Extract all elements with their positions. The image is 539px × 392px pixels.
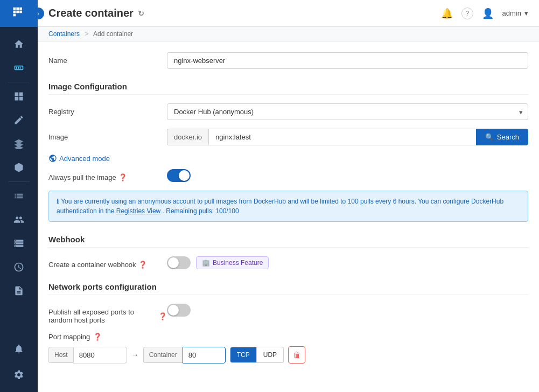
business-feature-badge: 🏢 Business Feature <box>196 256 269 269</box>
container-port-input[interactable] <box>183 347 226 363</box>
publish-toggle[interactable] <box>167 304 191 317</box>
registry-label: Registry <box>48 103 167 116</box>
sidebar-collapse-button[interactable]: › <box>32 8 44 19</box>
always-pull-help-icon[interactable]: ❓ <box>118 173 127 181</box>
chevron-down-icon: ▾ <box>524 9 528 17</box>
divider-2 <box>8 181 30 182</box>
delete-port-button[interactable]: 🗑 <box>288 346 305 363</box>
arrow-right-icon: → <box>131 351 139 359</box>
sidebar-item-grid[interactable] <box>0 85 38 108</box>
name-input[interactable] <box>167 52 528 69</box>
sidebar: › <box>0 0 38 392</box>
registry-select[interactable]: Docker Hub (anonymous) <box>167 103 528 120</box>
image-input-group: docker.io 🔍 Search <box>167 129 528 145</box>
container-label: Container <box>143 347 183 363</box>
sidebar-item-cube[interactable] <box>0 156 38 179</box>
webhook-toggle-group: 🏢 Business Feature <box>167 256 528 269</box>
sidebar-item-home[interactable] <box>0 32 38 56</box>
tcp-button[interactable]: TCP <box>230 347 257 363</box>
sidebar-item-edit[interactable] <box>0 108 38 132</box>
port-mapping-header: Port mapping ❓ <box>48 333 528 341</box>
sidebar-item-containers[interactable] <box>0 56 38 80</box>
port-mapping-label: Port mapping <box>48 333 90 341</box>
always-pull-label: Always pull the image ❓ <box>48 169 167 181</box>
sidebar-item-docs[interactable] <box>0 279 38 303</box>
search-icon: 🔍 <box>485 133 494 141</box>
network-section: Network ports configuration Publish all … <box>48 282 528 363</box>
main-area: Create container ↻ 🔔 ? 👤 admin ▾ Contain… <box>38 0 539 392</box>
name-control <box>167 52 528 69</box>
host-port-group: Host <box>48 347 127 363</box>
sidebar-item-clock[interactable] <box>0 255 38 279</box>
sidebar-item-bell[interactable] <box>13 337 24 361</box>
user-icon[interactable]: 👤 <box>482 8 494 19</box>
image-config-title: Image Configuration <box>48 82 528 95</box>
topbar: Create container ↻ 🔔 ? 👤 admin ▾ <box>38 0 539 27</box>
bell-icon[interactable]: 🔔 <box>441 8 453 19</box>
publish-toggle-group <box>167 304 528 317</box>
image-input[interactable] <box>208 129 476 145</box>
breadcrumb: Containers > Add container <box>38 27 539 41</box>
name-row: Name <box>48 52 528 69</box>
divider-1 <box>8 82 30 82</box>
host-port-input[interactable] <box>73 347 127 363</box>
webhook-row: Create a container webhook ❓ 🏢 Bu <box>48 256 528 269</box>
search-button[interactable]: 🔍 Search <box>476 129 528 145</box>
help-icon[interactable]: ? <box>461 8 473 19</box>
sidebar-item-settings[interactable] <box>13 363 24 387</box>
page-title-area: Create container ↻ <box>48 7 144 19</box>
business-feature-label: Business Feature <box>213 259 263 267</box>
registry-row: Registry Docker Hub (anonymous) ▾ <box>48 103 528 120</box>
breadcrumb-parent[interactable]: Containers <box>48 30 80 38</box>
image-label: Image <box>48 129 167 141</box>
sidebar-nav <box>0 27 38 332</box>
name-label: Name <box>48 52 167 65</box>
webhook-section: Webhook Create a container webhook ❓ <box>48 235 528 269</box>
webhook-control: 🏢 Business Feature <box>167 256 528 269</box>
topbar-right: 🔔 ? 👤 admin ▾ <box>441 8 528 19</box>
protocol-buttons: TCP UDP <box>230 347 284 363</box>
advanced-mode-label: Advanced mode <box>59 155 110 163</box>
info-icon: ℹ <box>57 198 59 205</box>
always-pull-label-group: Always pull the image ❓ <box>48 173 167 181</box>
publish-help-icon[interactable]: ❓ <box>158 312 167 320</box>
app-logo <box>11 4 26 23</box>
building-icon: 🏢 <box>202 259 210 267</box>
publish-label-text: Publish all exposed ports to random host… <box>48 308 156 324</box>
udp-button[interactable]: UDP <box>257 347 284 363</box>
webhook-toggle-track <box>167 256 191 269</box>
breadcrumb-current: Add container <box>93 30 133 38</box>
sidebar-item-layers[interactable] <box>0 132 38 156</box>
always-pull-row: Always pull the image ❓ <box>48 169 528 182</box>
port-mapping-row: Host → Container TCP UDP 🗑 <box>48 346 528 363</box>
sidebar-item-users[interactable] <box>0 208 38 232</box>
webhook-label: Create a container webhook ❓ <box>48 256 167 269</box>
registry-control: Docker Hub (anonymous) ▾ <box>167 103 528 120</box>
registries-link[interactable]: Registries View <box>116 207 160 215</box>
image-config-section: Image Configuration Registry Docker Hub … <box>48 82 528 222</box>
sidebar-item-list[interactable] <box>0 184 38 208</box>
always-pull-toggle[interactable] <box>167 169 191 182</box>
search-label: Search <box>497 133 519 141</box>
webhook-toggle-thumb <box>168 257 179 268</box>
refresh-icon[interactable]: ↻ <box>138 9 144 18</box>
webhook-label-group: Create a container webhook ❓ <box>48 261 167 269</box>
advanced-mode-link[interactable]: Advanced mode <box>48 154 528 163</box>
port-mapping-help-icon[interactable]: ❓ <box>93 333 102 341</box>
content-area: Name Image Configuration Registry Docker… <box>38 41 539 392</box>
user-menu[interactable]: admin ▾ <box>502 9 528 17</box>
webhook-label-text: Create a container webhook <box>48 261 136 269</box>
sidebar-item-storage[interactable] <box>0 232 38 255</box>
webhook-help-icon[interactable]: ❓ <box>138 261 147 269</box>
publish-toggle-track <box>167 304 191 317</box>
publish-toggle-thumb <box>168 305 179 316</box>
name-section: Name <box>48 52 528 69</box>
webhook-toggle[interactable] <box>167 256 191 269</box>
image-control: docker.io 🔍 Search <box>167 129 528 145</box>
breadcrumb-separator: > <box>85 30 88 38</box>
host-label: Host <box>48 347 73 363</box>
webhook-title: Webhook <box>48 235 528 248</box>
publish-label-group: Publish all exposed ports to random host… <box>48 308 167 324</box>
container-port-group: Container <box>143 347 226 363</box>
globe-icon <box>48 154 57 163</box>
